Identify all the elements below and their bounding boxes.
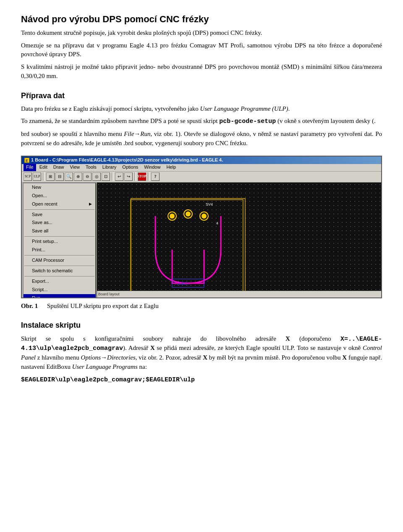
toolbar-sep-1 bbox=[43, 172, 44, 181]
eagle-menubar: File Edit Draw View Tools Library Option… bbox=[22, 164, 381, 172]
section2-para1-post: (doporučeno bbox=[290, 335, 331, 342]
toolbar-btn-6[interactable]: ⊕ bbox=[74, 172, 82, 181]
menu-window[interactable]: Window bbox=[141, 164, 163, 171]
section2-para4-pre: by měl být na prvním místě. Pro doporuče… bbox=[207, 354, 342, 361]
section2-italic4: Options bbox=[81, 354, 101, 361]
toolbar-btn-help[interactable]: ? bbox=[151, 172, 160, 181]
eagle-titlebar: E 1 Board - C:\Program Files\EAGLE-4.13\… bbox=[22, 156, 381, 164]
toolbar-btn-4[interactable]: ⊟ bbox=[55, 172, 64, 181]
pcb-view-area: TL084D... SV4 4 Board layout bbox=[97, 183, 381, 297]
menu-item-open[interactable]: Open... bbox=[24, 192, 95, 200]
section2-final-code: $EAGLEDIR\ulp\eagle2pcb_comagrav;$EAGLED… bbox=[21, 376, 195, 383]
section2-bold3: X bbox=[203, 354, 207, 361]
menu-item-script[interactable]: Script... bbox=[24, 286, 95, 294]
toolbar-btn-10[interactable]: ↩ bbox=[115, 172, 123, 181]
section1-para1-text: Data pro frézku se z Eaglu získávají pom… bbox=[21, 105, 200, 112]
toolbar-btn-9[interactable]: ⊡ bbox=[102, 172, 110, 181]
section1-para1-end: . bbox=[288, 105, 290, 112]
para1: Omezuje se na přípravu dat v programu Ea… bbox=[21, 41, 382, 60]
menu-help[interactable]: Help bbox=[164, 164, 178, 171]
toolbar-sep-2 bbox=[112, 172, 113, 181]
section2-para2-pre: ). Adresář bbox=[123, 344, 150, 351]
section2-para3-post: , viz obr. 2. Pozor, adresář bbox=[136, 354, 203, 361]
menu-item-run[interactable]: Run... bbox=[24, 294, 95, 298]
toolbar-btn-7[interactable]: ⊖ bbox=[83, 172, 92, 181]
section1-para2: To znamená, že se standardním způsobem n… bbox=[21, 117, 382, 126]
menu-item-export[interactable]: Export... bbox=[24, 277, 95, 286]
section1-para2-pre: To znamená, že se standardním způsobem n… bbox=[21, 117, 219, 124]
file-menu-dropdown: New Open... Open recent ▶ Save Save as..… bbox=[23, 183, 96, 298]
svg-point-6 bbox=[202, 214, 207, 219]
section1-code-inline: pcb-gcode-setup bbox=[219, 118, 276, 125]
toolbar-sep-4 bbox=[148, 172, 149, 181]
menu-item-print[interactable]: Print... bbox=[24, 246, 95, 254]
eagle-main: New Open... Open recent ▶ Save Save as..… bbox=[22, 183, 381, 297]
figure-caption: Obr. 1 Spuštění ULP skriptu pro export d… bbox=[21, 302, 382, 311]
pcb-svg: TL084D... SV4 4 bbox=[97, 183, 381, 297]
toolbar-btn-3[interactable]: ⊞ bbox=[46, 172, 55, 181]
section1-para2-post: (v okně s otevřeným layoutem desky (. bbox=[276, 117, 375, 124]
left-toolbar bbox=[97, 183, 97, 297]
toolbar-btn-11[interactable]: ↪ bbox=[124, 172, 133, 181]
section2-para1: Skript se spolu s konfiguračními soubory… bbox=[21, 334, 382, 372]
svg-point-4 bbox=[170, 214, 175, 219]
eagle-toolbar: SCP ULP ⊞ ⊟ 🔍 ⊕ ⊖ ◎ ⊡ ↩ ↪ STOP ? bbox=[22, 172, 381, 183]
menu-item-save-as[interactable]: Save as... bbox=[24, 219, 95, 227]
menu-file[interactable]: File bbox=[24, 164, 36, 171]
section2-heading: Instalace skriptu bbox=[21, 320, 382, 331]
para2: S kvalitními nástroji je možné takto při… bbox=[21, 63, 382, 81]
toolbar-sep-3 bbox=[134, 172, 136, 181]
caption-text: Spuštění ULP skriptu pro export dat z Ea… bbox=[47, 302, 159, 311]
section2-para1-pre: Skript se spolu s konfiguračními soubory… bbox=[21, 335, 285, 342]
svg-text:SV4: SV4 bbox=[206, 202, 213, 206]
menu-options[interactable]: Options bbox=[120, 164, 141, 171]
menu-edit[interactable]: Edit bbox=[37, 164, 50, 171]
section2-final-line: $EAGLEDIR\ulp\eagle2pcb_comagrav;$EAGLED… bbox=[21, 375, 382, 385]
page-title: Návod pro výrobu DPS pomocí CNC frézky bbox=[21, 13, 382, 26]
section1-heading: Příprava dat bbox=[21, 90, 382, 101]
eagle-window-title: 1 Board - C:\Program Files\EAGLE-4.13\pr… bbox=[31, 157, 223, 164]
section1-ulp-italic: User Language Programme (ULP) bbox=[200, 105, 288, 112]
menu-separator-5 bbox=[24, 276, 94, 276]
toolbar-btn-1[interactable]: SCP bbox=[24, 172, 32, 181]
menu-separator-2 bbox=[24, 236, 94, 237]
section2-bold1: X bbox=[285, 335, 290, 342]
section2-bold4: X bbox=[342, 354, 347, 361]
section1-file-italic: File bbox=[124, 130, 134, 137]
section1-para3: brd soubor) se spouští z hlavního menu F… bbox=[21, 130, 382, 148]
eagle-statusbar: Board layout bbox=[97, 291, 381, 297]
subtitle-paragraph: Tento dokument stručně popisuje, jak vyr… bbox=[21, 29, 382, 38]
svg-text:TL084D...: TL084D... bbox=[174, 282, 191, 286]
menu-view[interactable]: View bbox=[67, 164, 82, 171]
menu-item-print-setup[interactable]: Print setup... bbox=[24, 237, 95, 246]
menu-draw[interactable]: Draw bbox=[51, 164, 67, 171]
section1-para3-pre: brd soubor) se spouští z hlavního menu bbox=[21, 130, 124, 137]
menu-item-new[interactable]: New bbox=[24, 183, 95, 192]
menu-item-save[interactable]: Save bbox=[24, 211, 95, 219]
section1-run-italic: Run bbox=[140, 130, 150, 137]
toolbar-btn-2[interactable]: ULP bbox=[33, 172, 41, 181]
section2-italic5: Directories bbox=[107, 354, 136, 361]
section2-italic6: User Language Programs bbox=[72, 363, 138, 370]
menu-item-open-recent[interactable]: Open recent ▶ bbox=[24, 200, 95, 209]
menu-separator-4 bbox=[24, 266, 94, 266]
menu-separator-1 bbox=[24, 209, 94, 210]
toolbar-btn-stop[interactable]: STOP bbox=[138, 172, 146, 181]
menu-item-switch[interactable]: Switch to schematic bbox=[24, 267, 95, 275]
menu-separator-3 bbox=[24, 255, 94, 256]
caption-label: Obr. 1 bbox=[21, 302, 42, 311]
menu-item-save-all[interactable]: Save all bbox=[24, 227, 95, 235]
section2-arrow2: → bbox=[101, 354, 107, 361]
section1-para1: Data pro frézku se z Eaglu získávají pom… bbox=[21, 104, 382, 114]
section2-bold2: X bbox=[150, 344, 155, 351]
menu-tools[interactable]: Tools bbox=[83, 164, 99, 171]
section2-para5: na: bbox=[138, 363, 147, 370]
menu-library[interactable]: Library bbox=[100, 164, 119, 171]
menu-item-cam[interactable]: CAM Processor bbox=[24, 256, 95, 265]
section2-para3-pre: z hlavního menu bbox=[36, 354, 81, 361]
toolbar-btn-5[interactable]: 🔍 bbox=[65, 172, 73, 181]
section2-para2-post: se přidá mezi adresáře, ze kterých Eagle… bbox=[155, 344, 363, 351]
toolbar-btn-8[interactable]: ◎ bbox=[92, 172, 101, 181]
svg-point-5 bbox=[186, 211, 191, 216]
section1-arrow: → bbox=[134, 130, 140, 137]
